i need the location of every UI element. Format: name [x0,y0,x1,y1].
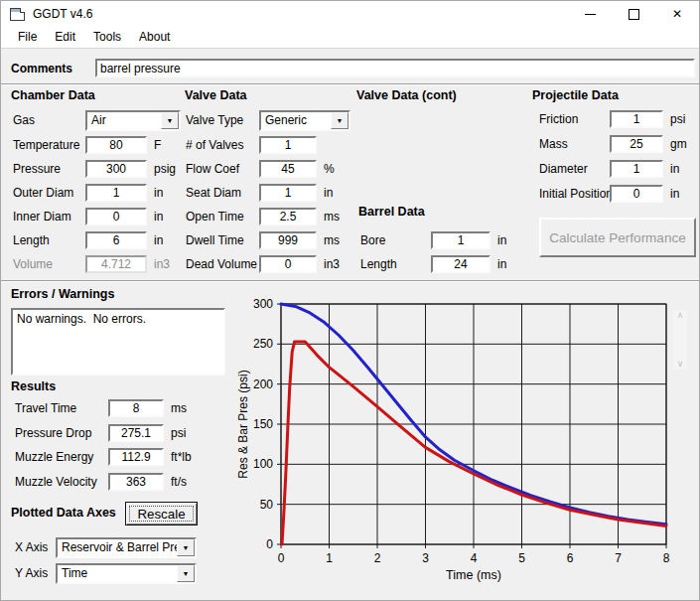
valve-type-select[interactable]: Generic ▼ [259,110,350,131]
minimize-button[interactable] [568,1,612,27]
muzzle-velocity-unit: ft/s [171,475,187,489]
x-axis-select[interactable]: Reservoir & Barrel Pressur ▼ [56,537,197,558]
svg-text:8: 8 [663,551,670,565]
calculate-performance-button[interactable]: Calculate Performance [539,218,696,257]
bore-row: Bore 1 in [360,230,506,250]
travel-time-field[interactable]: 8 [108,399,164,417]
svg-text:300: 300 [253,297,273,311]
open-time-field[interactable]: 2.5 [259,208,317,225]
valve-type-dropdown-arrow-icon[interactable]: ▼ [331,112,349,129]
dwell-time-field[interactable]: 999 [259,231,317,249]
volume-label: Volume [13,257,85,271]
volume-row: Volume 4.712 in3 [13,254,170,274]
svg-text:2: 2 [374,551,381,565]
dead-volume-row: Dead Volume 0 in3 [186,254,340,274]
minimize-icon [585,14,596,15]
barrel-length-unit: in [497,257,506,271]
menu-edit[interactable]: Edit [46,28,84,47]
inner-diam-unit: in [154,210,163,224]
bore-label: Bore [360,233,431,247]
comments-label: Comments [11,62,72,75]
valve-cont-header: Valve Data (cont) [356,88,457,102]
volume-unit: in3 [154,257,170,271]
outer-diam-field[interactable]: 1 [85,184,147,202]
mass-field[interactable]: 25 [610,135,663,153]
outer-diam-label: Outer Diam [13,186,85,200]
outer-diam-unit: in [154,186,163,200]
window-title: GGDT v4.6 [33,7,92,21]
comments-input[interactable] [95,59,695,77]
mass-unit: gm [670,137,687,151]
barrel-header: Barrel Data [358,205,425,219]
diameter-field[interactable]: 1 [610,160,663,178]
travel-time-row: Travel Time 8 ms [15,398,187,418]
rescale-button[interactable]: Rescale [125,502,198,526]
initial-position-field[interactable]: 0 [610,185,663,203]
svg-text:5: 5 [518,551,525,565]
svg-text:200: 200 [253,377,273,391]
seat-diam-unit: in [324,186,333,200]
pressure-field[interactable]: 300 [85,160,147,178]
y-axis-select[interactable]: Time ▼ [56,563,197,584]
gas-dropdown-arrow-icon[interactable]: ▼ [161,112,179,129]
bore-field[interactable]: 1 [431,231,490,249]
menu-file[interactable]: File [9,28,46,47]
menu-bar: File Edit Tools About [1,27,699,49]
seat-diam-label: Seat Diam [186,186,259,200]
pressure-unit: psig [154,162,176,176]
flow-coef-field[interactable]: 45 [259,160,317,178]
dead-volume-label: Dead Volume [186,257,259,271]
muzzle-velocity-row: Muzzle Velocity 363 ft/s [15,472,187,492]
chart-plot-area: 012345678050100150200250300 [234,289,700,601]
muzzle-energy-field[interactable]: 112.9 [108,448,164,466]
svg-text:6: 6 [567,551,574,565]
svg-text:250: 250 [253,337,273,351]
svg-text:150: 150 [253,417,273,431]
y-axis-dropdown-arrow-icon[interactable]: ▼ [177,565,195,582]
num-valves-field[interactable]: 1 [259,136,317,154]
errors-textarea[interactable]: No warnings. No errors. [11,308,225,376]
app-window: GGDT v4.6 ✕ File Edit Tools About Commen… [0,0,700,601]
valve-type-row: Valve Type Generic ▼ [186,110,350,130]
barrel-length-row: Length 24 in [360,254,506,274]
svg-text:50: 50 [260,498,274,512]
focus-rect [130,507,193,521]
chamber-length-field[interactable]: 6 [85,231,147,249]
gas-select[interactable]: Air ▼ [85,110,181,131]
maximize-button[interactable] [612,1,655,27]
barrel-length-label: Length [360,257,431,271]
separator-middle [1,280,699,282]
chamber-length-row: Length 6 in [13,230,163,250]
friction-field[interactable]: 1 [610,110,663,128]
temperature-row: Temperature 80 F [13,135,161,155]
svg-text:0: 0 [278,551,285,565]
pressure-drop-field[interactable]: 275.1 [108,424,164,442]
seat-diam-field[interactable]: 1 [259,184,317,202]
mass-row: Mass 25 gm [539,134,687,154]
comments-row: Comments [11,59,72,78]
open-time-label: Open Time [186,210,259,224]
muzzle-velocity-field[interactable]: 363 [108,473,164,491]
svg-text:0: 0 [266,537,273,551]
initial-position-unit: in [670,187,679,201]
inner-diam-field[interactable]: 0 [85,208,147,225]
chart-y-axis-title: Res & Bar Pres (psi) [236,304,250,544]
app-icon [10,8,25,21]
title-bar[interactable]: GGDT v4.6 ✕ [1,1,699,27]
friction-label: Friction [539,112,610,126]
menu-tools[interactable]: Tools [84,28,130,47]
temperature-field[interactable]: 80 [85,136,147,154]
chamber-length-label: Length [13,233,85,247]
dwell-time-unit: ms [324,233,340,247]
plotted-axes-header: Plotted Data Axes [11,506,116,520]
x-axis-dropdown-arrow-icon[interactable]: ▼ [177,539,195,556]
barrel-length-field[interactable]: 24 [431,255,490,273]
svg-text:3: 3 [422,551,429,565]
menu-about[interactable]: About [130,28,179,47]
close-button[interactable]: ✕ [655,1,699,27]
pressure-drop-label: Pressure Drop [15,426,108,440]
friction-row: Friction 1 psi [539,109,685,129]
flow-coef-row: Flow Coef 45 % [186,159,335,179]
dead-volume-field[interactable]: 0 [259,255,317,273]
chamber-length-unit: in [154,233,163,247]
